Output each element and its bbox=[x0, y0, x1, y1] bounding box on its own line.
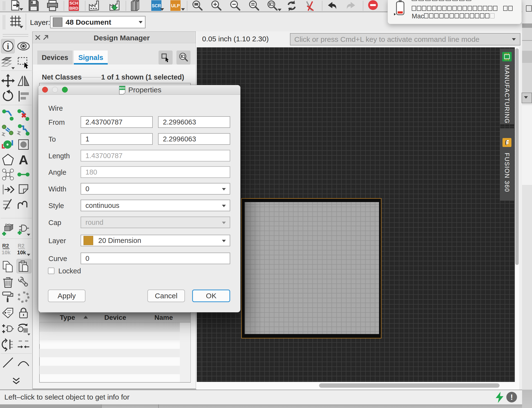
svg-text:A: A bbox=[19, 153, 28, 167]
svg-text:SCH: SCH bbox=[70, 1, 78, 6]
svg-text:SCR: SCR bbox=[152, 3, 161, 8]
svg-text:BRD: BRD bbox=[119, 86, 125, 89]
svg-text:ULP: ULP bbox=[171, 3, 180, 8]
svg-text:R2: R2 bbox=[2, 243, 9, 249]
svg-text:BRD: BRD bbox=[70, 6, 79, 11]
svg-text:R2: R2 bbox=[18, 243, 25, 249]
svg-text:10k: 10k bbox=[17, 249, 26, 255]
svg-text:10k: 10k bbox=[2, 249, 11, 255]
svg-text:i: i bbox=[7, 42, 9, 51]
